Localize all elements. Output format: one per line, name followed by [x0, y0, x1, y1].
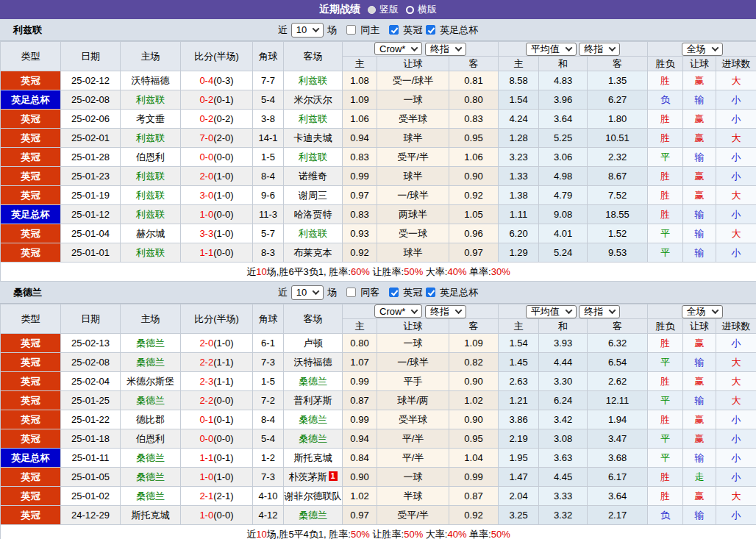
team-name[interactable]: 沃特福德 [294, 357, 332, 368]
league-badge[interactable]: 英冠 [1, 71, 61, 90]
league1-checkbox[interactable] [389, 25, 399, 35]
bookmaker-select[interactable]: Crow* [374, 42, 422, 55]
team-name[interactable]: 桑德兰 [136, 452, 165, 463]
summary-segment: 近 [246, 266, 256, 277]
league2-checkbox[interactable] [426, 25, 435, 35]
league-badge[interactable]: 英冠 [1, 353, 61, 372]
team-name[interactable]: 斯托克城 [294, 452, 332, 463]
team-name[interactable]: 利兹联 [136, 94, 165, 105]
avg-away: 2.62 [588, 372, 648, 391]
recent-count-select[interactable]: 10 [291, 23, 324, 38]
average-select[interactable]: 平均值 [526, 305, 577, 318]
league2-checkbox[interactable] [426, 288, 435, 297]
match-date: 25-02-12 [61, 71, 121, 90]
team-name[interactable]: 卢顿 [304, 338, 323, 349]
bookmaker-select[interactable]: Crow* [374, 304, 422, 318]
team-name[interactable]: 利兹联 [136, 247, 165, 258]
team-name[interactable]: 桑德兰 [299, 376, 327, 387]
team-name[interactable]: 利兹联 [299, 75, 327, 86]
result-handicap: 赢 [683, 334, 716, 353]
team-section-header-leeds: 利兹联 近 10 场 同主 英冠 英足总杯 [0, 19, 756, 41]
team-name[interactable]: 谢菲尔德联队 [285, 490, 342, 501]
same-side-checkbox[interactable] [346, 25, 356, 35]
team-name[interactable]: 德比郡 [136, 414, 165, 425]
layout-radio-horizontal[interactable]: 横版 [406, 3, 437, 16]
average-select[interactable]: 平均值 [526, 43, 577, 56]
away-team-cell: 布莱克本 [284, 243, 343, 263]
league-badge[interactable]: 英冠 [1, 334, 61, 353]
team-name[interactable]: 利兹联 [136, 132, 165, 143]
radio-selected-icon[interactable] [368, 6, 376, 14]
team-name[interactable]: 朴茨茅斯 [289, 471, 327, 482]
team-name[interactable]: 桑德兰 [136, 357, 165, 368]
team-name[interactable]: 利兹联 [299, 151, 327, 163]
sub-col-outcome: 胜负 [648, 57, 683, 71]
home-team-cell: 伯恩利 [121, 429, 181, 449]
league-badge[interactable]: 英冠 [1, 167, 61, 186]
same-side-checkbox[interactable] [346, 288, 356, 297]
avg-draw: 3.93 [539, 334, 588, 353]
avg-draw: 6.24 [539, 391, 588, 410]
sunderland-results-table: 类型 日期 主场 比分(半场) 角球 客场 Crow* 终指 平均值 终指 全场… [0, 304, 756, 539]
team-name[interactable]: 伯恩利 [136, 151, 165, 163]
league-badge[interactable]: 英冠 [1, 148, 61, 167]
recent-count-select[interactable]: 10 [291, 285, 324, 300]
corners-cell: 5-4 [253, 90, 284, 110]
league-badge[interactable]: 英足总杯 [1, 449, 61, 468]
team-name[interactable]: 伯恩利 [136, 433, 165, 444]
odds-time-select[interactable]: 终指 [425, 305, 466, 318]
league-badge[interactable]: 英冠 [1, 487, 61, 506]
team-name[interactable]: 桑德兰 [299, 433, 327, 444]
team-name[interactable]: 沃特福德 [132, 75, 170, 86]
team-name[interactable]: 普利茅斯 [294, 395, 332, 406]
league-badge[interactable]: 英冠 [1, 224, 61, 243]
average-time-select[interactable]: 终指 [579, 305, 620, 318]
team-name[interactable]: 米德尔斯堡 [126, 376, 174, 387]
average-time-select[interactable]: 终指 [579, 43, 620, 56]
fulltime-select[interactable]: 全场 [682, 305, 723, 318]
layout-radio-vertical[interactable]: 竖版 [368, 3, 399, 16]
league-badge[interactable]: 英冠 [1, 186, 61, 205]
team-name[interactable]: 卡迪夫城 [294, 132, 332, 143]
team-name[interactable]: 利兹联 [299, 113, 327, 124]
team-name[interactable]: 桑德兰 [299, 414, 327, 425]
radio-unselected-icon[interactable] [406, 6, 414, 14]
odds-handicap: 平/半 [377, 429, 449, 449]
league-badge[interactable]: 英冠 [1, 129, 61, 148]
team-name[interactable]: 米尔沃尔 [294, 94, 332, 105]
summary-segment: 单率: [466, 529, 491, 539]
team-name[interactable]: 谢周三 [299, 190, 327, 201]
result-handicap: 输 [683, 243, 716, 263]
team-name[interactable]: 布莱克本 [294, 247, 332, 258]
team-name[interactable]: 斯托克城 [132, 510, 170, 521]
team-name[interactable]: 桑德兰 [136, 490, 165, 501]
fulltime-select[interactable]: 全场 [682, 43, 723, 56]
team-name[interactable]: 诺维奇 [299, 171, 327, 182]
league-badge[interactable]: 英冠 [1, 468, 61, 487]
team-name[interactable]: 桑德兰 [136, 338, 165, 349]
league1-checkbox[interactable] [389, 288, 399, 297]
away-team-cell: 桑德兰 [284, 506, 343, 525]
team-name[interactable]: 桑德兰 [136, 395, 165, 406]
league-badge[interactable]: 英冠 [1, 243, 61, 263]
league-badge[interactable]: 英冠 [1, 110, 61, 129]
team-name[interactable]: 利兹联 [136, 171, 165, 182]
league-badge[interactable]: 英冠 [1, 410, 61, 429]
league-badge[interactable]: 英冠 [1, 391, 61, 410]
result-handicap: 输 [683, 506, 716, 525]
team-name[interactable]: 赫尔城 [136, 228, 165, 239]
odds-time-select[interactable]: 终指 [425, 43, 466, 56]
league-badge[interactable]: 英冠 [1, 506, 61, 525]
league-badge[interactable]: 英冠 [1, 372, 61, 391]
away-team-cell: 利兹联 [284, 110, 343, 129]
team-name[interactable]: 桑德兰 [136, 471, 165, 482]
team-name[interactable]: 利兹联 [136, 190, 165, 201]
team-name[interactable]: 利兹联 [299, 228, 327, 239]
league-badge[interactable]: 英冠 [1, 429, 61, 449]
team-name[interactable]: 桑德兰 [299, 510, 327, 521]
team-name[interactable]: 哈洛贾特 [294, 209, 332, 220]
team-name[interactable]: 利兹联 [136, 209, 165, 220]
team-name[interactable]: 考文垂 [136, 113, 165, 124]
league-badge[interactable]: 英足总杯 [1, 205, 61, 224]
league-badge[interactable]: 英足总杯 [1, 90, 61, 110]
